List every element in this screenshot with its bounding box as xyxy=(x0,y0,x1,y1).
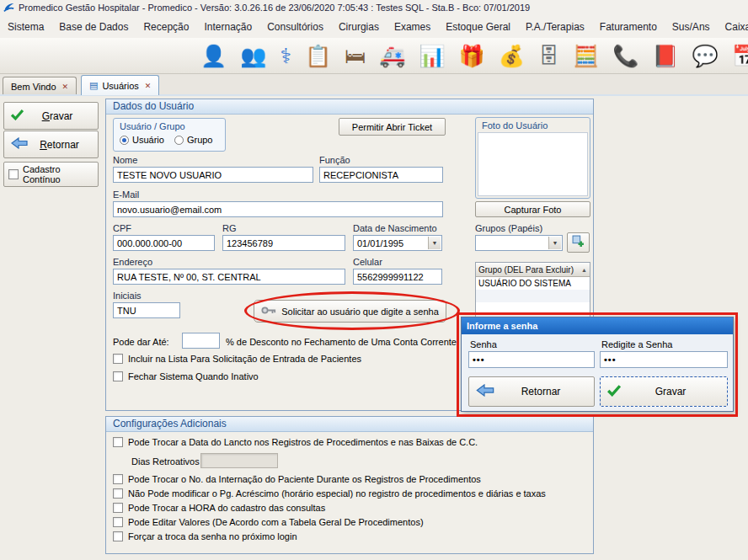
add-group-button[interactable] xyxy=(567,232,590,253)
check-icon xyxy=(11,109,24,123)
phone-icon[interactable]: 📞 xyxy=(612,45,638,67)
safe-icon[interactable]: 🗄 xyxy=(538,45,559,67)
gravar-button[interactable]: Gravar xyxy=(3,102,99,130)
grupo-list-empty-row xyxy=(476,290,590,302)
menu-item-estoque-geral[interactable]: Estoque Geral xyxy=(438,17,518,37)
radio-usuario[interactable] xyxy=(120,136,129,145)
ambulance-icon[interactable]: 🚑 xyxy=(379,45,405,67)
checkbox-icon[interactable] xyxy=(113,517,123,527)
radio-grupo[interactable] xyxy=(174,136,184,145)
checkbox-icon[interactable] xyxy=(113,474,123,484)
supplies-icon[interactable]: 🎁 xyxy=(459,45,485,67)
tab-bem-vindo[interactable]: Bem Vindo ✕ xyxy=(3,77,77,95)
desconto-suffix: % de Desconto no Fechamento de Uma Conta… xyxy=(226,337,457,347)
menu-item-internacao[interactable]: Internação xyxy=(196,17,259,37)
menu-item-sistema[interactable]: Sistema xyxy=(0,17,51,37)
bed-icon[interactable]: 🛏 xyxy=(345,45,366,67)
checkbox-icon[interactable] xyxy=(113,503,123,513)
grupo-list-header[interactable]: Grupo (DEL Para Excluir) ▲ xyxy=(476,263,590,277)
app-logo-icon xyxy=(3,2,14,14)
gravar-label: ravar xyxy=(50,110,72,122)
celular-input[interactable]: 5562999991122 xyxy=(353,269,442,285)
checkbox-label: Pode Trocar a Data do Lancto nos Registr… xyxy=(128,437,478,447)
dialog-retornar-button[interactable]: Retornar xyxy=(468,376,595,407)
patients-icon[interactable]: 👤 xyxy=(200,45,227,67)
endereco-input[interactable]: RUA TESTE, Nº 00, ST. CENTRAL xyxy=(113,269,345,285)
tab-usuarios[interactable]: ▤ Usuários ✕ xyxy=(81,75,159,95)
config-check-nao-pode-modificar-o-pg[interactable]: Não Pode modificar o Pg. Acréscimo (horá… xyxy=(113,488,546,499)
grupo-list-empty-row xyxy=(476,302,590,315)
retornar-accel: R xyxy=(40,139,47,151)
checkbox-label: Forçar a troca da senha no próximo login xyxy=(128,531,297,541)
sort-asc-icon: ▲ xyxy=(581,267,587,273)
checkbox-icon[interactable] xyxy=(113,354,123,364)
capturar-foto-button[interactable]: Capturar Foto xyxy=(475,201,590,217)
email-input[interactable]: novo.usuario@email.com xyxy=(113,201,443,217)
rg-input[interactable]: 123456789 xyxy=(222,235,345,251)
iniciais-input[interactable]: TNU xyxy=(113,302,180,318)
retornar-button[interactable]: Retornar xyxy=(3,131,99,158)
schedule-icon[interactable]: 📅 xyxy=(732,45,748,67)
config-check-forcar-a-troca-da-senha[interactable]: Forçar a troca da senha no próximo login xyxy=(113,531,297,541)
funcao-input[interactable]: RECEPCIONISTA xyxy=(319,167,443,183)
tab-close-icon[interactable]: ✕ xyxy=(145,82,152,90)
calculator-icon[interactable]: 🧮 xyxy=(573,45,599,67)
config-check-pode-trocar-a-hora-do[interactable]: Pode Trocar a HORA do cadastro das consu… xyxy=(113,503,325,513)
chevron-down-icon[interactable]: ▼ xyxy=(428,237,441,249)
checkbox-icon[interactable] xyxy=(113,531,123,541)
permitir-abrir-ticket-button[interactable]: Permitir Abrir Ticket xyxy=(339,118,446,136)
menu-item-consultorios[interactable]: Consultórios xyxy=(259,17,331,37)
nome-input[interactable]: TESTE NOVO USUARIO xyxy=(113,167,313,183)
users-icon[interactable]: 👥 xyxy=(240,45,266,67)
panel-header: Dados do Usuário xyxy=(106,99,593,115)
solicitar-senha-button[interactable]: Solicitar ao usuário que digite a senha xyxy=(254,300,446,323)
menu-item-sus-ans[interactable]: Sus/Ans xyxy=(665,17,718,37)
check-incluir-lista[interactable]: Incluir na Lista Para Solicitação de Ent… xyxy=(113,354,361,364)
billing-icon[interactable]: 💰 xyxy=(499,45,525,67)
desconto-input[interactable] xyxy=(182,333,220,349)
dias-retroativos-input xyxy=(200,453,278,468)
config-check-pode-editar-valores-de-acordo[interactable]: Pode Editar Valores (De Acordo com a Tab… xyxy=(113,517,424,527)
check-fechar-sistema[interactable]: Fechar Sistema Quando Inativo xyxy=(113,371,259,381)
book-icon[interactable]: 📕 xyxy=(652,45,678,67)
redigite-senha-input[interactable]: ••• xyxy=(600,351,728,368)
config-check-pode-trocar-o-no-da[interactable]: Pode Trocar o No. da Internação do Pacie… xyxy=(113,474,481,484)
tipo-radio-row: Usuário Grupo xyxy=(114,131,225,145)
checkbox-icon[interactable] xyxy=(8,169,19,179)
checkbox-icon[interactable] xyxy=(113,437,123,447)
grupo-list-header-label: Grupo (DEL Para Excluir) xyxy=(478,265,574,275)
prescription-icon[interactable]: 📋 xyxy=(305,45,331,67)
menu-item-caixa[interactable]: Caixa xyxy=(718,17,748,37)
check-icon xyxy=(607,385,621,399)
doctor-icon[interactable]: ⚕ xyxy=(280,45,291,67)
chevron-down-icon[interactable]: ▼ xyxy=(548,237,561,249)
funcao-label: Função xyxy=(319,155,350,165)
nascimento-combo[interactable]: 01/01/1995 ▼ xyxy=(353,235,442,251)
cadastro-continuo-toggle[interactable]: Cadastro Contínuo xyxy=(3,162,99,187)
permitir-ticket-label: Permitir Abrir Ticket xyxy=(346,122,438,132)
cpf-input[interactable]: 000.000.000-00 xyxy=(113,235,215,251)
menu-item-cirurgias[interactable]: Cirurgias xyxy=(331,17,387,37)
menu-item-recepcao[interactable]: Recepção xyxy=(136,17,196,37)
checkbox-icon[interactable] xyxy=(113,371,123,381)
title-bar: Promedico Gestão Hospitalar - Promedico … xyxy=(0,0,748,15)
menu-item-faturamento[interactable]: Faturamento xyxy=(592,17,665,37)
grupos-papeis-combo[interactable]: ▼ xyxy=(475,235,563,251)
menu-item-exames[interactable]: Exames xyxy=(387,17,438,37)
menu-item-p-a-terapias[interactable]: P.A./Terapias xyxy=(518,17,592,37)
form-icon: ▤ xyxy=(89,80,98,91)
senha-input[interactable]: ••• xyxy=(468,351,595,368)
usuario-grupo-groupbox: Usuário / Grupo Usuário Grupo xyxy=(113,118,226,152)
dialog-gravar-button[interactable]: Gravar xyxy=(600,376,728,407)
menu-bar: SistemaBase de DadosRecepçãoInternaçãoCo… xyxy=(0,15,748,38)
checkbox-icon[interactable] xyxy=(113,488,123,499)
window-title: Promedico Gestão Hospitalar - Promedico … xyxy=(19,3,530,13)
chart-icon[interactable]: 📊 xyxy=(419,45,445,67)
grupo-list-item[interactable]: USUÁRIO DO SISTEMA xyxy=(476,277,590,290)
tab-close-icon[interactable]: ✕ xyxy=(62,83,69,91)
chat-icon[interactable]: 💬 xyxy=(692,45,719,67)
menu-item-base-de-dados[interactable]: Base de Dados xyxy=(51,17,136,37)
config-check-pode-trocar-a-data-do[interactable]: Pode Trocar a Data do Lancto nos Registr… xyxy=(113,437,478,447)
dialog-title: Informe a senha xyxy=(462,317,733,334)
arrow-left-icon xyxy=(476,384,494,399)
